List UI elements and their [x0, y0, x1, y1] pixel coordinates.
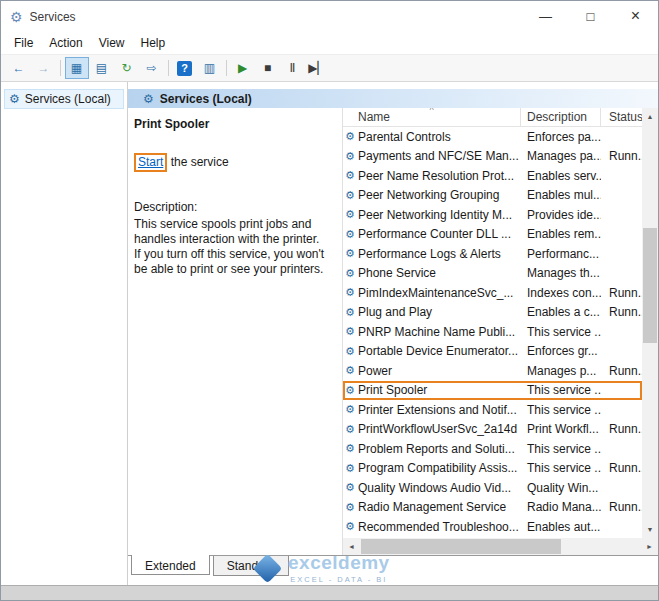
- menu-item[interactable]: View: [91, 33, 133, 53]
- service-gear-icon: ⚙: [343, 228, 358, 241]
- stop-service-button[interactable]: ■: [256, 57, 280, 79]
- service-description: Indexes con...: [521, 286, 601, 300]
- service-description: This service ...: [521, 383, 601, 397]
- column-label: Name: [358, 110, 390, 124]
- window-controls: — □ ×: [523, 1, 658, 31]
- table-row[interactable]: ⚙ PrintWorkflowUserSvc_2a14d Print Workf…: [343, 420, 642, 440]
- refresh-icon: ↻: [121, 61, 131, 75]
- services-node-icon: ⚙: [9, 92, 20, 106]
- services-app-icon: ⚙: [10, 9, 23, 25]
- service-name: Performance Logs & Alerts: [358, 247, 521, 261]
- table-row[interactable]: ⚙ Program Compatibility Assis... This se…: [343, 459, 642, 479]
- table-row[interactable]: ⚙ Performance Logs & Alerts Performanc..…: [343, 244, 642, 264]
- table-row[interactable]: ⚙ Power Manages p... Runn...: [343, 361, 642, 381]
- start-service-button[interactable]: ▶: [231, 57, 255, 79]
- export-list-button[interactable]: ⇨: [140, 57, 164, 79]
- window-title: Services: [30, 10, 76, 24]
- vertical-scrollbar[interactable]: ▲ ▼: [642, 108, 658, 538]
- scroll-up-icon[interactable]: ▲: [642, 108, 658, 125]
- service-gear-icon: ⚙: [343, 501, 358, 514]
- service-name: PimIndexMaintenanceSvc_...: [358, 286, 521, 300]
- service-name: Phone Service: [358, 266, 521, 280]
- service-gear-icon: ⚙: [343, 384, 358, 397]
- refresh-button[interactable]: ↻: [115, 57, 139, 79]
- menu-item[interactable]: File: [6, 33, 41, 53]
- table-row[interactable]: ⚙ Print Spooler This service ...: [343, 381, 642, 401]
- service-gear-icon: ⚙: [343, 130, 358, 143]
- service-name: Quality Windows Audio Vid...: [358, 481, 521, 495]
- table-row[interactable]: ⚙ PNRP Machine Name Publi... This servic…: [343, 322, 642, 342]
- service-gear-icon: ⚙: [343, 345, 358, 358]
- vertical-scrollbar-thumb[interactable]: [643, 228, 657, 343]
- service-description: Radio Mana...: [521, 500, 601, 514]
- export-list-icon: ⇨: [146, 61, 156, 75]
- service-gear-icon: ⚙: [343, 442, 358, 455]
- service-name: PrintWorkflowUserSvc_2a14d: [358, 422, 521, 436]
- table-row[interactable]: ⚙ Radio Management Service Radio Mana...…: [343, 498, 642, 518]
- tree-item-services-local[interactable]: ⚙ Services (Local): [4, 89, 124, 109]
- service-name: Plug and Play: [358, 305, 521, 319]
- show-console-tree-button[interactable]: ▦: [65, 57, 89, 79]
- view-tab[interactable]: Extended: [131, 555, 210, 575]
- table-row[interactable]: ⚙ Quality Windows Audio Vid... Quality W…: [343, 478, 642, 498]
- table-row[interactable]: ⚙ PimIndexMaintenanceSvc_... Indexes con…: [343, 283, 642, 303]
- service-description: Print Workfl...: [521, 422, 601, 436]
- table-row[interactable]: ⚙ Parental Controls Enforces pa...: [343, 127, 642, 147]
- service-description: Quality Win...: [521, 481, 601, 495]
- forward-button[interactable]: →: [32, 57, 56, 79]
- properties-button[interactable]: ▤: [90, 57, 114, 79]
- close-button[interactable]: ×: [613, 1, 658, 31]
- pause-service-button[interactable]: Ⅱ: [281, 57, 305, 79]
- column-header-status[interactable]: Status: [601, 108, 642, 126]
- service-gear-icon: ⚙: [343, 423, 358, 436]
- table-row[interactable]: ⚙ Peer Name Resolution Prot... Enables s…: [343, 166, 642, 186]
- table-row[interactable]: ⚙ Payments and NFC/SE Man... Manages pa.…: [343, 147, 642, 167]
- scroll-down-icon[interactable]: ▼: [642, 521, 658, 538]
- back-button[interactable]: ←: [7, 57, 31, 79]
- service-name: Printer Extensions and Notif...: [358, 403, 521, 417]
- service-name: Problem Reports and Soluti...: [358, 442, 521, 456]
- table-row[interactable]: ⚙ Problem Reports and Soluti... This ser…: [343, 439, 642, 459]
- service-gear-icon: ⚙: [343, 306, 358, 319]
- minimize-button[interactable]: —: [523, 1, 568, 31]
- service-gear-icon: ⚙: [343, 325, 358, 338]
- table-row[interactable]: ⚙ Printer Extensions and Notif... This s…: [343, 400, 642, 420]
- table-row[interactable]: ⚙ Peer Networking Identity M... Provides…: [343, 205, 642, 225]
- table-row[interactable]: ⚙ Portable Device Enumerator... Enforces…: [343, 342, 642, 362]
- show-console-tree-icon: ▦: [71, 61, 82, 75]
- service-description: Enables rem...: [521, 227, 601, 241]
- menu-item[interactable]: Action: [41, 33, 90, 53]
- service-name: Radio Management Service: [358, 500, 521, 514]
- service-gear-icon: ⚙: [343, 481, 358, 494]
- console-body: ⚙ Services (Local) ⚙ Services (Local) Pr…: [1, 82, 658, 585]
- help-icon: ?: [177, 61, 192, 76]
- maximize-button[interactable]: □: [568, 1, 613, 31]
- service-description-pane: Print Spooler Start the service Descript…: [128, 108, 343, 555]
- service-name: Parental Controls: [358, 130, 521, 144]
- table-row[interactable]: ⚙ Phone Service Manages th...: [343, 264, 642, 284]
- service-gear-icon: ⚙: [343, 150, 358, 163]
- service-name: Payments and NFC/SE Man...: [358, 149, 521, 163]
- extended-view-button[interactable]: ▥: [198, 57, 222, 79]
- console-tree-pane: ⚙ Services (Local): [1, 82, 128, 585]
- menu-item[interactable]: Help: [133, 33, 174, 53]
- service-action-line: Start the service: [134, 153, 334, 172]
- service-status: Runn...: [601, 364, 642, 378]
- horizontal-scrollbar-thumb[interactable]: [361, 539, 561, 554]
- watermark-tagline: EXCEL - DATA - BI: [290, 575, 387, 584]
- table-row[interactable]: ⚙ Plug and Play Enables a c... Runn...: [343, 303, 642, 323]
- horizontal-scrollbar[interactable]: ◄ ►: [343, 538, 658, 555]
- stop-service-icon: ■: [264, 61, 271, 75]
- service-name: PNRP Machine Name Publi...: [358, 325, 521, 339]
- table-row[interactable]: ⚙ Recommended Troubleshoo... Enables aut…: [343, 517, 642, 537]
- table-row[interactable]: ⚙ Peer Networking Grouping Enables mul..…: [343, 186, 642, 206]
- service-description: This service ...: [521, 442, 601, 456]
- column-header-description[interactable]: Description: [521, 108, 601, 126]
- help-button[interactable]: ?: [173, 57, 197, 79]
- table-row[interactable]: ⚙ Performance Counter DLL ... Enables re…: [343, 225, 642, 245]
- scroll-right-icon[interactable]: ►: [641, 538, 658, 555]
- pause-service-icon: Ⅱ: [290, 61, 296, 75]
- restart-service-button[interactable]: ▶▏: [306, 57, 330, 79]
- start-service-link[interactable]: Start: [138, 155, 163, 169]
- column-header-name[interactable]: ^ Name: [343, 108, 521, 126]
